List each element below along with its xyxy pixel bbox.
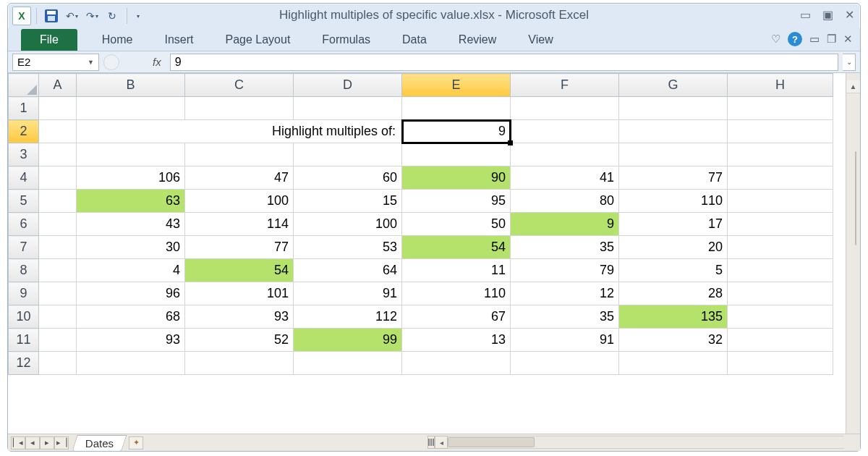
- minimize-button[interactable]: ▭: [800, 8, 811, 22]
- cell-G6[interactable]: 17: [619, 213, 728, 236]
- tab-page-layout[interactable]: Page Layout: [209, 29, 306, 51]
- row-header-11[interactable]: 11: [9, 329, 39, 352]
- cell-D11[interactable]: 99: [294, 329, 402, 352]
- cell-E6[interactable]: 50: [402, 213, 511, 236]
- cell-D7[interactable]: 53: [294, 236, 402, 259]
- save-button[interactable]: [42, 7, 61, 25]
- cell-E9[interactable]: 110: [402, 282, 511, 305]
- cell-F9[interactable]: 12: [511, 282, 619, 305]
- sheet-tab-dates[interactable]: Dates: [72, 435, 127, 451]
- cell-E10[interactable]: 67: [402, 305, 511, 329]
- vertical-scrollbar[interactable]: ▲: [846, 73, 860, 434]
- excel-logo-icon[interactable]: X: [12, 7, 31, 25]
- row-header-7[interactable]: 7: [9, 236, 39, 259]
- row-header-8[interactable]: 8: [9, 259, 39, 282]
- formula-input[interactable]: 9: [170, 54, 838, 71]
- tab-file[interactable]: File: [21, 29, 77, 51]
- cancel-formula-button[interactable]: [103, 54, 119, 70]
- new-sheet-button[interactable]: ✦: [129, 436, 143, 449]
- cell-G4[interactable]: 77: [619, 166, 728, 190]
- vscroll-thumb[interactable]: [855, 151, 856, 245]
- col-header-C[interactable]: C: [185, 74, 294, 97]
- tab-nav-last[interactable]: ▸▕: [54, 436, 69, 449]
- tab-nav-prev[interactable]: ◂: [25, 436, 40, 449]
- row-header-3[interactable]: 3: [9, 143, 39, 166]
- cell-G10[interactable]: 135: [619, 305, 728, 329]
- cell-F10[interactable]: 35: [511, 305, 619, 329]
- tab-review[interactable]: Review: [443, 29, 512, 51]
- row-header-5[interactable]: 5: [9, 190, 39, 213]
- cell-E11[interactable]: 13: [402, 329, 511, 352]
- cell-D10[interactable]: 112: [294, 305, 402, 329]
- cell-G5[interactable]: 110: [619, 190, 728, 213]
- cell-E8[interactable]: 11: [402, 259, 511, 282]
- tab-nav-first[interactable]: ▏◂: [11, 436, 25, 449]
- tab-nav-next[interactable]: ▸: [40, 436, 54, 449]
- cell-C6[interactable]: 114: [185, 213, 294, 236]
- col-header-H[interactable]: H: [728, 74, 833, 97]
- cell-G7[interactable]: 20: [619, 236, 728, 259]
- col-header-A[interactable]: A: [39, 74, 77, 97]
- close-button[interactable]: ✕: [845, 8, 854, 22]
- cell-F7[interactable]: 35: [511, 236, 619, 259]
- scroll-up-button[interactable]: ▲: [846, 80, 860, 93]
- cell-F11[interactable]: 91: [511, 329, 619, 352]
- cell-B11[interactable]: 93: [77, 329, 185, 352]
- col-header-G[interactable]: G: [619, 74, 728, 97]
- row-header-10[interactable]: 10: [9, 305, 39, 329]
- cell-E4[interactable]: 90: [402, 166, 511, 190]
- cell-B8[interactable]: 4: [77, 259, 185, 282]
- cell-G11[interactable]: 32: [619, 329, 728, 352]
- cell-F4[interactable]: 41: [511, 166, 619, 190]
- cell-C4[interactable]: 47: [185, 166, 294, 190]
- select-all-corner[interactable]: [9, 74, 39, 97]
- cell-G8[interactable]: 5: [619, 259, 728, 282]
- cell-E7[interactable]: 54: [402, 236, 511, 259]
- row-header-2[interactable]: 2: [9, 120, 39, 143]
- workbook-minimize-button[interactable]: ▭: [809, 33, 820, 46]
- row-header-9[interactable]: 9: [9, 282, 39, 305]
- cell-G9[interactable]: 28: [619, 282, 728, 305]
- cell-E5[interactable]: 95: [402, 190, 511, 213]
- tab-split-handle[interactable]: [427, 436, 435, 449]
- workbook-close-button[interactable]: ✕: [843, 33, 853, 46]
- cell-C9[interactable]: 101: [185, 282, 294, 305]
- undo-button[interactable]: ↶▾: [62, 7, 81, 25]
- tab-formulas[interactable]: Formulas: [306, 29, 386, 51]
- cell-B6[interactable]: 43: [77, 213, 185, 236]
- cell-B4[interactable]: 106: [77, 166, 185, 190]
- cell-C11[interactable]: 52: [185, 329, 294, 352]
- row-header-1[interactable]: 1: [9, 97, 39, 120]
- cell-F6[interactable]: 9: [511, 213, 619, 236]
- cell-C5[interactable]: 100: [185, 190, 294, 213]
- hscroll-track[interactable]: [448, 436, 844, 449]
- help-button[interactable]: ?: [788, 32, 802, 46]
- cell-B7[interactable]: 30: [77, 236, 185, 259]
- expand-formula-bar-button[interactable]: ⌄: [843, 54, 856, 71]
- repeat-button[interactable]: ↻: [103, 7, 122, 25]
- cell-D6[interactable]: 100: [294, 213, 402, 236]
- tab-insert[interactable]: Insert: [148, 29, 209, 51]
- cell-D4[interactable]: 60: [294, 166, 402, 190]
- cell-D5[interactable]: 15: [294, 190, 402, 213]
- qat-customize-button[interactable]: ▾: [132, 7, 142, 25]
- tab-view[interactable]: View: [512, 29, 569, 51]
- grid[interactable]: A B C D E F G H 1 2 High: [8, 73, 846, 434]
- row-header-4[interactable]: 4: [9, 166, 39, 190]
- name-box[interactable]: E2 ▼: [12, 54, 99, 71]
- maximize-button[interactable]: ▣: [822, 8, 833, 22]
- cell-F5[interactable]: 80: [511, 190, 619, 213]
- col-header-D[interactable]: D: [294, 74, 402, 97]
- cell-C10[interactable]: 93: [185, 305, 294, 329]
- cell-C7[interactable]: 77: [185, 236, 294, 259]
- workbook-restore-button[interactable]: ❐: [827, 33, 836, 46]
- horizontal-scrollbar[interactable]: ◂: [427, 436, 844, 449]
- col-header-E[interactable]: E: [402, 74, 511, 97]
- row-header-12[interactable]: 12: [9, 352, 39, 375]
- fx-icon[interactable]: fx: [153, 56, 161, 68]
- row-header-6[interactable]: 6: [9, 213, 39, 236]
- col-header-B[interactable]: B: [77, 74, 185, 97]
- tab-home[interactable]: Home: [86, 29, 149, 51]
- hscroll-thumb[interactable]: [448, 437, 535, 447]
- cell-D8[interactable]: 64: [294, 259, 402, 282]
